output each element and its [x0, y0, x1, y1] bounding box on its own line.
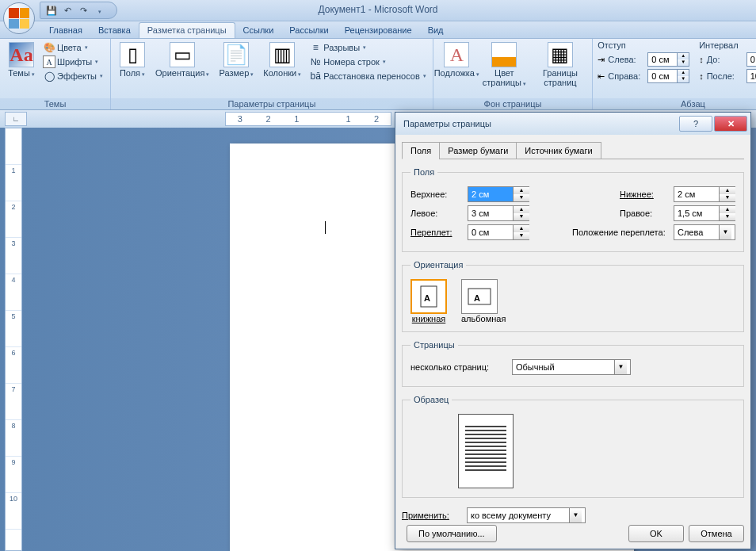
- fields-fieldset: Поля Верхнее: ▲▼ Нижнее: ▲▼ Левое: ▲▼ Пр…: [402, 167, 744, 252]
- space-after-input[interactable]: ▲▼: [746, 69, 756, 83]
- left-margin-input[interactable]: ▲▼: [468, 205, 529, 221]
- effects-icon: ◯: [43, 70, 55, 82]
- svg-text:A: A: [424, 293, 430, 303]
- orientation-icon: ▭: [170, 42, 195, 67]
- numbers-icon: №: [309, 55, 322, 68]
- apply-to-select[interactable]: ко всему документу▼: [467, 507, 586, 523]
- chevron-down-icon: ▼: [719, 225, 731, 239]
- indent-left-input[interactable]: ▲▼: [647, 52, 689, 67]
- space-before-input[interactable]: ▲▼: [746, 52, 756, 67]
- page-color-icon: [491, 42, 517, 67]
- chevron-down-icon: ▼: [614, 360, 627, 374]
- hyphenation-button[interactable]: bāРасстановка переносов: [307, 69, 427, 83]
- landscape-option[interactable]: A альбомная: [461, 279, 506, 323]
- group-themes: Aa Темы 🎨Цвета AШрифты ◯Эффекты Темы: [0, 39, 111, 109]
- group-label-themes: Темы: [0, 98, 110, 109]
- vertical-ruler[interactable]: 12345678910: [5, 128, 22, 551]
- page-setup-dialog: Параметры страницы ? ✕ Поля Размер бумаг…: [395, 112, 751, 549]
- dialog-titlebar[interactable]: Параметры страницы ? ✕: [395, 113, 750, 135]
- gutter-input[interactable]: ▲▼: [468, 224, 529, 240]
- dialog-footer: По умолчанию... OK Отмена: [402, 525, 744, 542]
- borders-icon: ▦: [548, 42, 573, 67]
- gutter-pos-select[interactable]: Слева▼: [674, 224, 735, 240]
- preview-fieldset: Образец: [402, 395, 744, 498]
- line-numbers-button[interactable]: №Номера строк: [307, 55, 427, 69]
- margins-button[interactable]: ▯Поля: [116, 40, 149, 79]
- theme-colors-button[interactable]: 🎨Цвета: [41, 40, 105, 55]
- horizontal-ruler[interactable]: 32112: [225, 112, 391, 126]
- portrait-icon: A: [410, 279, 447, 314]
- size-icon: 📄: [223, 42, 249, 67]
- fonts-icon: A: [43, 55, 55, 68]
- ribbon: Aa Темы 🎨Цвета AШрифты ◯Эффекты Темы ▯По…: [0, 39, 756, 110]
- multi-pages-select[interactable]: Обычный▼: [512, 359, 631, 375]
- orientation-button[interactable]: ▭Ориентация: [152, 40, 212, 79]
- office-button[interactable]: [3, 2, 35, 34]
- columns-icon: ▥: [269, 42, 295, 67]
- space-before-icon: ↕: [699, 55, 704, 64]
- indent-right-input[interactable]: ▲▼: [647, 69, 689, 83]
- spin-up-icon[interactable]: ▲: [678, 53, 689, 59]
- indent-left-icon: ⇥: [598, 55, 605, 65]
- portrait-option[interactable]: A книжная: [410, 279, 447, 323]
- office-logo-icon: [9, 8, 29, 29]
- tab-view[interactable]: Вид: [420, 23, 452, 38]
- tab-page-layout[interactable]: Разметка страницы: [139, 22, 235, 38]
- svg-text:A: A: [474, 293, 480, 303]
- dialog-tab-fields[interactable]: Поля: [402, 142, 440, 159]
- tab-selector[interactable]: ∟: [5, 112, 27, 126]
- group-label-page-setup: Параметры страницы: [111, 98, 433, 109]
- tab-home[interactable]: Главная: [41, 23, 90, 38]
- dialog-tab-source[interactable]: Источник бумаги: [516, 142, 601, 159]
- close-button[interactable]: ✕: [714, 116, 747, 132]
- breaks-icon: ≡: [309, 41, 322, 54]
- cancel-button[interactable]: Отмена: [689, 525, 744, 542]
- group-page-bg: AПодложка Цвет страницы ▦Границы страниц…: [433, 39, 593, 109]
- indent-header: Отступ: [598, 40, 689, 50]
- spin-down-icon[interactable]: ▼: [678, 59, 689, 66]
- group-label-paragraph: Абзац: [593, 98, 756, 109]
- tab-mailings[interactable]: Рассылки: [281, 23, 336, 38]
- theme-fonts-button[interactable]: AШрифты: [41, 55, 105, 69]
- bottom-margin-input[interactable]: ▲▼: [674, 186, 735, 202]
- spacing-header: Интервал: [699, 40, 756, 50]
- tab-review[interactable]: Рецензирование: [337, 23, 420, 38]
- default-button[interactable]: По умолчанию...: [407, 525, 497, 542]
- watermark-icon: A: [444, 42, 469, 67]
- preview-image: [458, 414, 514, 488]
- group-paragraph: Отступ ⇥Слева:▲▼ ⇤Справа:▲▼ Интервал ↕До…: [593, 39, 756, 109]
- themes-button[interactable]: Aa Темы: [5, 40, 38, 79]
- theme-effects-button[interactable]: ◯Эффекты: [41, 69, 105, 83]
- margins-icon: ▯: [120, 42, 145, 67]
- size-button[interactable]: 📄Размер: [216, 40, 257, 79]
- chevron-down-icon: ▼: [569, 508, 582, 522]
- watermark-button[interactable]: AПодложка: [438, 40, 475, 79]
- orientation-fieldset: Ориентация A книжная A альбомная: [402, 260, 744, 332]
- tab-references[interactable]: Ссылки: [235, 23, 282, 38]
- help-button[interactable]: ?: [679, 116, 712, 132]
- page-borders-button[interactable]: ▦Границы страниц: [533, 40, 588, 89]
- top-margin-input[interactable]: ▲▼: [468, 186, 529, 202]
- breaks-button[interactable]: ≡Разрывы: [307, 40, 427, 55]
- ok-button[interactable]: OK: [628, 525, 684, 542]
- dialog-tab-paper[interactable]: Размер бумаги: [439, 142, 517, 159]
- dialog-title: Параметры страницы: [403, 119, 678, 128]
- columns-button[interactable]: ▥Колонки: [260, 40, 304, 79]
- title-bar: 💾 ↶ ↷ Документ1 - Microsoft Word: [0, 0, 756, 21]
- tab-insert[interactable]: Вставка: [90, 23, 139, 38]
- landscape-icon: A: [461, 279, 498, 314]
- group-page-setup: ▯Поля ▭Ориентация 📄Размер ▥Колонки ≡Разр…: [111, 39, 433, 109]
- right-margin-input[interactable]: ▲▼: [674, 205, 735, 221]
- text-cursor: [325, 221, 326, 234]
- ribbon-tabstrip: Главная Вставка Разметка страницы Ссылки…: [0, 21, 756, 39]
- page-color-button[interactable]: Цвет страницы: [479, 40, 530, 89]
- space-after-icon: ↕: [699, 71, 704, 81]
- colors-icon: 🎨: [43, 41, 55, 54]
- indent-right-icon: ⇤: [598, 71, 605, 82]
- document-title: Документ1 - Microsoft Word: [0, 4, 756, 15]
- themes-icon: Aa: [9, 42, 34, 67]
- hyphenation-icon: bā: [309, 70, 322, 82]
- group-label-page-bg: Фон страницы: [433, 98, 592, 109]
- dialog-tabs: Поля Размер бумаги Источник бумаги: [402, 141, 744, 159]
- pages-fieldset: Страницы несколько страниц: Обычный▼: [402, 340, 744, 387]
